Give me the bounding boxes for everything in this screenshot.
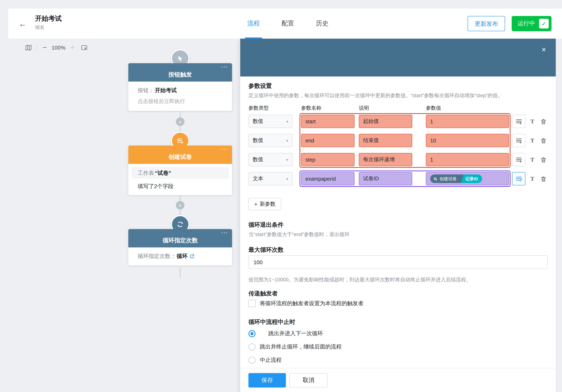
back-icon[interactable]: ← — [18, 19, 28, 29]
radio-selected[interactable] — [248, 330, 256, 337]
node-menu-button[interactable]: ··· — [221, 230, 228, 236]
node-body: 按钮：开始考试 点击按钮后立即执行 — [128, 82, 232, 111]
col-type: 参数类型 — [248, 105, 301, 111]
section-desc-params: 定义循环中使用的参数，每次循环可以使用前一次循环中更新的参数值。“start”参… — [248, 93, 548, 99]
zoom-out-icon[interactable]: − — [43, 44, 47, 51]
field-token[interactable]: 创建试卷 记录ID — [430, 174, 482, 183]
node-menu-button[interactable]: ··· — [221, 64, 228, 70]
close-icon[interactable]: × — [541, 46, 546, 53]
external-link-icon[interactable] — [189, 254, 195, 259]
toolbar-divider — [37, 45, 37, 50]
add-param-button[interactable]: +新参数 — [248, 198, 281, 210]
param-name-input[interactable]: start — [301, 115, 354, 128]
node-header: 循环指定次数 ··· — [128, 229, 232, 247]
param-type-select[interactable]: 数值▾ — [248, 153, 293, 166]
param-name-input[interactable]: exampaperid — [301, 172, 354, 185]
detail-value: 循环 — [177, 253, 187, 259]
delete-param-button[interactable] — [539, 137, 547, 144]
param-type-select[interactable]: 文本▾ — [248, 172, 293, 185]
tab-config[interactable]: 配置 — [281, 9, 294, 39]
add-node-button[interactable]: + — [176, 201, 185, 210]
node-detail-row: 循环指定次数：循环 — [128, 252, 232, 260]
param-type-select[interactable]: 数值▾ — [248, 115, 293, 128]
delete-param-button[interactable] — [539, 118, 547, 125]
header-tabs: 流程 配置 历史 — [247, 9, 328, 39]
abort-option-1: 跳出并进入下一次循环 — [248, 330, 548, 337]
delete-param-button[interactable] — [539, 156, 547, 163]
running-label: 运行中 — [517, 20, 535, 27]
abort-option-label: 跳出并终止循环，继续后面的流程 — [260, 344, 342, 350]
insert-field-button[interactable] — [512, 115, 525, 128]
param-value-input[interactable]: 创建试卷 记录ID — [426, 172, 509, 185]
pass-trigger-checkbox[interactable] — [248, 300, 256, 307]
update-publish-button[interactable]: 更新发布 — [468, 16, 505, 31]
node-button-trigger[interactable]: 按钮触发 ··· 按钮：开始考试 点击按钮后立即执行 — [128, 63, 232, 111]
param-row-end: 数值▾ end 结束值 10 T — [248, 134, 548, 147]
param-desc-input[interactable]: 试卷ID — [359, 172, 412, 185]
insert-field-button[interactable] — [512, 153, 525, 166]
page-title: 开始考试 — [35, 14, 62, 23]
node-create-paper[interactable]: 创建试卷 ··· 工作表“试卷” 填写了2个字段 — [128, 145, 232, 195]
tab-flow[interactable]: 流程 — [247, 9, 260, 39]
pass-trigger-row: 将循环流程的触发者设置为本流程的触发者 — [248, 300, 548, 307]
section-title-exit: 循环退出条件 — [248, 222, 548, 228]
section-title-max-loop: 最大循环次数 — [248, 247, 548, 253]
param-name-input[interactable]: end — [301, 134, 354, 147]
add-node-button[interactable]: + — [176, 118, 185, 126]
param-column-headers: 参数类型 参数名称 说明 参数值 — [248, 105, 548, 111]
abort-option-2: 跳出并终止循环，继续后面的流程 — [248, 344, 548, 350]
param-row-exampaperid: 文本▾ exampaperid 试卷ID 创建试卷 记录ID T — [248, 172, 548, 185]
selected-type: 文本 — [253, 175, 263, 182]
param-type-select[interactable]: 数值▾ — [248, 134, 293, 147]
max-loop-input[interactable] — [248, 255, 548, 269]
max-loop-help: 值范围为1~10000。为避免影响性能或超时，到达最大循环次数时将自动终止循环并… — [248, 277, 548, 283]
param-desc-input[interactable]: 每次循环递增 — [359, 153, 412, 166]
node-menu-button[interactable]: ··· — [221, 146, 228, 152]
node-title: 创建试卷 — [168, 153, 192, 161]
param-name-input[interactable]: step — [301, 153, 354, 166]
insert-field-button[interactable] — [512, 134, 525, 147]
zoom-in-icon[interactable]: + — [70, 44, 74, 51]
chevron-down-icon: ▾ — [286, 138, 288, 143]
abort-option-3: 中止流程 — [248, 357, 548, 364]
running-toggle[interactable]: 运行中 ✓ — [512, 16, 551, 31]
node-title: 按钮触发 — [168, 71, 192, 78]
section-title-abort: 循环中流程中止时 — [248, 319, 548, 325]
delete-param-button[interactable] — [539, 175, 547, 182]
text-mode-button[interactable]: T — [528, 137, 537, 144]
text-mode-button[interactable]: T — [528, 118, 537, 125]
cancel-button[interactable]: 取消 — [289, 373, 328, 387]
node-title: 循环指定次数 — [163, 237, 198, 244]
param-value-input[interactable]: 1 — [426, 153, 509, 166]
param-desc-input[interactable]: 起始值 — [359, 115, 412, 128]
param-desc-input[interactable]: 结束值 — [359, 134, 412, 147]
node-body: 工作表“试卷” 填写了2个字段 — [128, 164, 232, 195]
param-row-step: 数值▾ step 每次循环递增 1 T — [248, 153, 548, 166]
node-detail-row: 点击按钮后立即执行 — [128, 97, 232, 105]
selected-type: 数值 — [253, 118, 263, 125]
minimap-icon[interactable] — [25, 44, 32, 51]
tab-history[interactable]: 历史 — [316, 9, 328, 39]
node-detail-row: 填写了2个字段 — [128, 182, 232, 190]
param-value-input[interactable]: 1 — [426, 115, 509, 128]
text-mode-button[interactable]: T — [528, 156, 537, 163]
detail-value: 开始考试 — [155, 87, 177, 93]
page-subtitle: 报名 — [35, 24, 62, 31]
workflow-editor: ← 开始考试 报名 流程 配置 历史 更新发布 运行中 ✓ − 100% + — [0, 0, 562, 392]
fit-screen-icon[interactable] — [81, 44, 88, 51]
insert-field-button-active[interactable] — [512, 172, 525, 185]
radio-unselected[interactable] — [248, 344, 256, 350]
param-value-input[interactable]: 10 — [426, 134, 509, 147]
save-button[interactable]: 保存 — [248, 373, 286, 387]
node-header: 创建试卷 ··· — [128, 145, 232, 164]
radio-unselected[interactable] — [248, 357, 256, 364]
text-mode-button[interactable]: T — [528, 175, 537, 182]
node-settings-panel: × 参数设置 定义循环中使用的参数，每次循环可以使用前一次循环中更新的参数值。“… — [240, 39, 556, 392]
col-desc: 说明 — [359, 105, 426, 111]
node-loop[interactable]: 循环指定次数 ··· 循环指定次数：循环 — [128, 229, 232, 265]
panel-body: 参数设置 定义循环中使用的参数，每次循环可以使用前一次循环中更新的参数值。“st… — [240, 83, 556, 364]
chevron-down-icon: ▾ — [286, 157, 288, 162]
token-field-name: 记录ID — [465, 176, 478, 182]
col-value: 参数值 — [426, 105, 441, 111]
token-node-segment: 创建试卷 — [430, 174, 460, 183]
